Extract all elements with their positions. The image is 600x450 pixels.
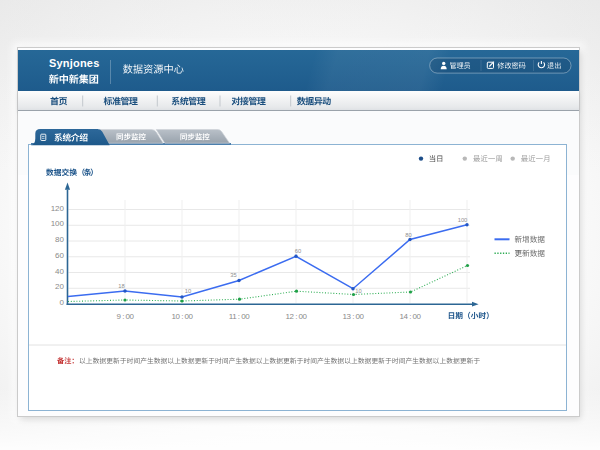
svg-text:10 : 00: 10 : 00 [172,312,194,321]
svg-text:60: 60 [55,251,64,260]
svg-text:0: 0 [60,298,65,307]
svg-text:80: 80 [405,232,411,238]
svg-text:100: 100 [51,219,65,228]
svg-text:40: 40 [55,267,64,276]
svg-text:12 : 00: 12 : 00 [286,312,308,321]
svg-text:120: 120 [51,204,65,213]
svg-text:9 : 00: 9 : 00 [116,312,134,321]
svg-text:Synjones: Synjones [49,57,100,69]
svg-text:13 : 00: 13 : 00 [343,312,365,321]
svg-text:18: 18 [118,283,124,289]
svg-text:10: 10 [185,288,191,294]
svg-text:80: 80 [55,235,64,244]
svg-text:60: 60 [295,248,301,254]
svg-text:20: 20 [55,282,64,291]
svg-text:10: 10 [355,288,361,294]
svg-text:14 : 00: 14 : 00 [400,312,422,321]
svg-text:100: 100 [458,217,468,223]
svg-text:11 : 00: 11 : 00 [229,312,250,321]
svg-text:35: 35 [230,272,236,278]
